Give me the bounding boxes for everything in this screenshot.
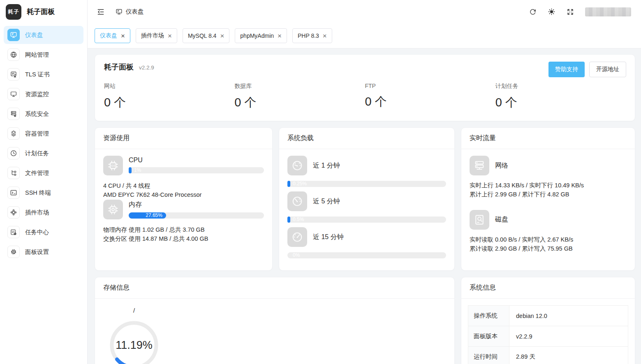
panel-title: 耗子面板: [104, 62, 134, 72]
stat-ftp: FTP 0 个: [365, 83, 495, 111]
sidebar-item-monitor[interactable]: 资源监控: [4, 85, 83, 103]
content: 耗子面板 v2.2.9 赞助支持 开源地址 网站 0 个 数据库 0 个 FTP…: [88, 48, 641, 364]
load-15min: 近 15 分钟: [287, 227, 446, 247]
theme-sun-icon[interactable]: [548, 8, 555, 16]
storage-card: 存储信息 / 11.19% 8.80 GB / 78.63 GB: [95, 277, 455, 364]
disk-section: 磁盘 实时读取 0.00 B/s / 实时写入 2.67 KB/s 累计读取 2…: [470, 210, 627, 253]
tab-dashboard[interactable]: 仪表盘×: [95, 28, 130, 43]
table-row: 面板版本 v2.2.9: [468, 326, 628, 347]
mount-point: /: [103, 307, 165, 314]
close-icon[interactable]: ×: [278, 32, 282, 39]
disk-details: 实时读取 0.00 B/s / 实时写入 2.67 KB/s 累计读取 2.90…: [470, 235, 627, 253]
realtime-traffic-card: 实时流量 网络 实时上行 14.33 KB/s / 实时下行 10.49 KB/…: [461, 127, 635, 271]
breadcrumb-label: 仪表盘: [126, 8, 144, 16]
memory-details: 物理内存 使用 1.02 GB / 总共 3.70 GB 交换分区 使用 14.…: [103, 225, 264, 244]
resource-usage-card: 资源使用 64 CPU 1%: [95, 127, 273, 271]
sidebar-item-tls[interactable]: TLS 证书: [4, 65, 83, 83]
overview-card: 耗子面板 v2.2.9 赞助支持 开源地址 网站 0 个 数据库 0 个 FTP…: [95, 54, 635, 121]
tab-bar: 仪表盘× 插件市场× MySQL 8.4× phpMyAdmin× PHP 8.…: [88, 23, 641, 48]
sidebar-item-dashboard[interactable]: 仪表盘: [4, 26, 83, 44]
dashboard-icon: [7, 29, 20, 41]
card-title: 系统负载: [279, 128, 454, 149]
system-load-card: 系统负载 近 1 分钟 0.25%: [279, 127, 455, 271]
source-button[interactable]: 开源地址: [589, 62, 626, 77]
main-area: 仪表盘 仪表盘× 插件市场× MySQL 8.4× phpMyAdmin: [88, 0, 641, 364]
fullscreen-icon[interactable]: [567, 8, 574, 16]
disk-icon: [470, 210, 489, 230]
memory-icon: [103, 200, 123, 219]
sidebar-item-plugins[interactable]: 插件市场: [4, 203, 83, 221]
storage-gauge: 11.19%: [109, 320, 160, 364]
sidebar-item-websites[interactable]: 网站管理: [4, 46, 83, 64]
card-title: 系统信息: [461, 277, 635, 299]
cpu-section: 64 CPU 1%: [103, 156, 264, 175]
sidebar-menu: 仪表盘 网站管理 TLS 证书 资源监控 系统安全 容器管理: [0, 23, 87, 265]
memory-progress-bar: 27.65%: [129, 212, 264, 219]
globe-icon: [7, 48, 20, 61]
network-details: 实时上行 14.33 KB/s / 实时下行 10.49 KB/s 累计上行 2…: [470, 181, 627, 199]
stat-websites: 网站 0 个: [104, 83, 234, 111]
load-5min-bar: 0.5%: [287, 217, 446, 223]
file-tree-icon: [7, 167, 20, 179]
gauge-icon: [287, 191, 307, 211]
close-icon[interactable]: ×: [121, 32, 125, 39]
memory-section: 内存 27.65%: [103, 200, 264, 219]
sponsor-button[interactable]: 赞助支持: [548, 62, 585, 77]
tab-phpmyadmin[interactable]: phpMyAdmin×: [235, 28, 287, 43]
system-info-table: 操作系统 debian 12.0 面板版本 v2.2.9 运行时间 2.89 天…: [468, 305, 628, 364]
table-row: 运行时间 2.89 天: [468, 347, 628, 364]
app-logo: 耗子 耗子面板: [0, 0, 87, 23]
topbar: 仪表盘: [88, 0, 641, 23]
load-1min-bar: 0.25%: [287, 181, 446, 187]
sidebar-item-task-center[interactable]: 任务中心: [4, 223, 83, 241]
tab-mysql[interactable]: MySQL 8.4×: [183, 28, 229, 43]
clock-icon: [7, 147, 20, 159]
sidebar-item-containers[interactable]: 容器管理: [4, 124, 83, 143]
card-title: 存储信息: [95, 277, 454, 299]
sidebar-item-cron[interactable]: 计划任务: [4, 144, 83, 162]
terminal-icon: [7, 187, 20, 199]
plugin-icon: [7, 206, 20, 219]
breadcrumb: 仪表盘: [116, 8, 144, 16]
cpu-icon: 64: [103, 156, 123, 175]
close-icon[interactable]: ×: [323, 32, 327, 39]
dashboard-icon: [116, 8, 123, 15]
svg-text:64: 64: [111, 164, 115, 168]
storage-percent: 11.19%: [109, 320, 160, 364]
tab-plugin-market[interactable]: 插件市场×: [136, 28, 177, 43]
sidebar-item-settings[interactable]: 面板设置: [4, 243, 83, 261]
load-5min: 近 5 分钟: [287, 191, 446, 211]
certificate-icon: [7, 68, 20, 81]
sidebar: 耗子 耗子面板 仪表盘 网站管理 TLS 证书 资源监控 系: [0, 0, 88, 364]
sidebar-item-files[interactable]: 文件管理: [4, 164, 83, 182]
load-1min: 近 1 分钟: [287, 156, 446, 175]
network-icon: [470, 156, 489, 175]
refresh-icon[interactable]: [529, 8, 537, 16]
stat-databases: 数据库 0 个: [234, 83, 365, 111]
container-icon: [7, 127, 20, 140]
user-account-blurred[interactable]: [585, 7, 631, 16]
close-icon[interactable]: ×: [168, 32, 172, 39]
gear-icon: [7, 246, 20, 258]
gauge-icon: [287, 227, 307, 247]
system-info-card: 系统信息 操作系统 debian 12.0 面板版本 v2.2.9 运行时间 2…: [461, 277, 635, 364]
card-title: 实时流量: [461, 128, 635, 149]
cpu-details: 4 CPU / 共 4 线程 AMD EPYC 7K62 48-Core Pro…: [103, 181, 264, 200]
table-row: 操作系统 debian 12.0: [468, 306, 628, 326]
close-icon[interactable]: ×: [220, 32, 224, 39]
panel-version: v2.2.9: [139, 65, 154, 71]
monitor-icon: [7, 88, 20, 100]
cpu-progress-bar: 1%: [129, 167, 264, 173]
task-center-icon: [7, 226, 20, 238]
sidebar-item-ssh[interactable]: SSH 终端: [4, 184, 83, 202]
tab-php[interactable]: PHP 8.3×: [292, 28, 332, 43]
collapse-sidebar-icon[interactable]: [97, 8, 105, 16]
stat-cron: 计划任务 0 个: [495, 83, 626, 111]
app-logo-icon: 耗子: [6, 4, 21, 20]
load-15min-bar: 0%: [287, 252, 446, 258]
gauge-icon: [287, 156, 307, 175]
network-section: 网络 实时上行 14.33 KB/s / 实时下行 10.49 KB/s 累计上…: [470, 156, 627, 199]
security-icon: [7, 108, 20, 120]
sidebar-item-security[interactable]: 系统安全: [4, 105, 83, 123]
card-title: 资源使用: [95, 128, 272, 149]
